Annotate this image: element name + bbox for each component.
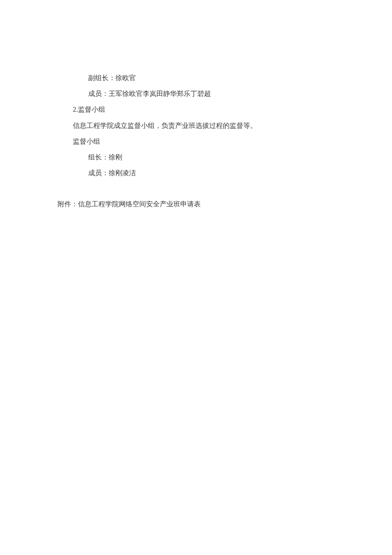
members-line-2: 成员：徐刚凌洁 — [58, 165, 334, 180]
supervision-group-label-text: 监督小组 — [73, 138, 100, 145]
spacer — [58, 181, 334, 197]
leader-line: 组长：徐刚 — [58, 150, 334, 165]
supervision-group-description: 信息工程学院成立监督小组，负责产业班选拔过程的监督等。 — [58, 118, 334, 133]
supervision-group-label: 监督小组 — [58, 134, 334, 149]
supervision-group-heading: 2.监督小组 — [58, 102, 334, 117]
attachment-line: 附件：信息工程学院网络空间安全产业班申请表 — [58, 197, 334, 211]
attachment-text: 附件：信息工程学院网络空间安全产业班申请表 — [58, 200, 201, 208]
deputy-leader-text: 副组长：徐欧官 — [88, 74, 136, 81]
supervision-group-description-text: 信息工程学院成立监督小组，负责产业班选拔过程的监督等。 — [73, 122, 257, 129]
deputy-leader-line: 副组长：徐欧官 — [58, 70, 334, 85]
supervision-group-heading-text: 2.监督小组 — [73, 106, 105, 113]
members-text-1: 成员：王军徐欧官李岚田静华郑乐丁碧超 — [88, 90, 211, 97]
leader-text: 组长：徐刚 — [88, 153, 122, 161]
members-line-1: 成员：王军徐欧官李岚田静华郑乐丁碧超 — [58, 86, 334, 101]
members-text-2: 成员：徐刚凌洁 — [88, 169, 136, 176]
